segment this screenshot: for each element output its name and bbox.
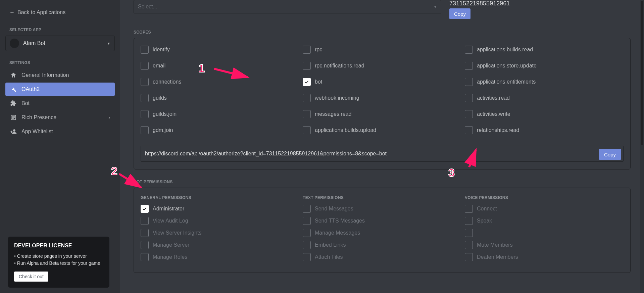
- checkbox[interactable]: [303, 205, 311, 213]
- checkbox[interactable]: [141, 94, 149, 102]
- checkbox[interactable]: [465, 110, 473, 118]
- nav-oauth2[interactable]: OAuth2: [5, 83, 115, 96]
- scope-bot[interactable]: bot: [303, 78, 461, 86]
- checkbox-label: Deafen Members: [477, 254, 518, 260]
- checkbox[interactable]: [303, 229, 311, 237]
- scope-rpc[interactable]: rpc: [303, 46, 461, 54]
- check-it-out-button[interactable]: Check it out: [14, 272, 48, 282]
- checkbox[interactable]: [465, 78, 473, 86]
- perm-text-send messages[interactable]: Send Messages: [303, 205, 461, 213]
- scope-connections[interactable]: connections: [141, 78, 299, 86]
- scope-activities-write[interactable]: activities.write: [465, 110, 624, 118]
- perm-general-view server insights[interactable]: View Server Insights: [141, 229, 299, 237]
- scope-relationships-read[interactable]: relationships.read: [465, 126, 624, 134]
- checkbox[interactable]: [465, 62, 473, 70]
- checkbox[interactable]: [141, 110, 149, 118]
- app-avatar: [10, 39, 19, 48]
- checkbox[interactable]: [303, 253, 311, 261]
- client-id-value: 731152219855912961: [449, 0, 510, 7]
- checkbox-label: identify: [153, 47, 170, 53]
- back-label: Back to Applications: [17, 9, 65, 15]
- checkbox[interactable]: [141, 205, 149, 213]
- perm-text-manage messages[interactable]: Manage Messages: [303, 229, 461, 237]
- nav-rich-presence[interactable]: Rich Presence ›: [5, 111, 115, 124]
- perm-text-embed links[interactable]: Embed Links: [303, 241, 461, 249]
- checkbox[interactable]: [141, 62, 149, 70]
- scope-guilds-join[interactable]: guilds.join: [141, 110, 299, 118]
- checkbox-label: View Audit Log: [153, 218, 188, 224]
- checkbox[interactable]: [465, 229, 473, 237]
- checkbox[interactable]: [465, 205, 473, 213]
- scope-applications-store-update[interactable]: applications.store.update: [465, 62, 624, 70]
- checkbox[interactable]: [465, 253, 473, 261]
- scope-activities-read[interactable]: activities.read: [465, 94, 624, 102]
- perm-text-attach files[interactable]: Attach Files: [303, 253, 461, 261]
- nav-bot[interactable]: Bot: [5, 97, 115, 110]
- scrollbar-track[interactable]: [640, 0, 644, 293]
- scope-email[interactable]: email: [141, 62, 299, 70]
- checkbox[interactable]: [303, 46, 311, 54]
- scope-applications-entitlements[interactable]: applications.entitlements: [465, 78, 624, 86]
- perm-general-administrator[interactable]: Administrator: [141, 205, 299, 213]
- checkbox-label: applications.builds.read: [477, 47, 533, 53]
- perm-voice-deafen members[interactable]: Deafen Members: [465, 253, 624, 261]
- checkbox[interactable]: [465, 126, 473, 134]
- perm-voice-mute members[interactable]: Mute Members: [465, 241, 624, 249]
- perm-text-send tts messages[interactable]: Send TTS Messages: [303, 217, 461, 225]
- checkbox[interactable]: [465, 241, 473, 249]
- checkbox[interactable]: [303, 241, 311, 249]
- checkbox[interactable]: [303, 217, 311, 225]
- checkbox[interactable]: [465, 94, 473, 102]
- checkbox[interactable]: [141, 46, 149, 54]
- app-selector[interactable]: Afam Bot ▼: [5, 36, 115, 51]
- checkbox[interactable]: [465, 217, 473, 225]
- nav-label: General Information: [21, 72, 69, 78]
- voice-permissions-header: Voice Permissions: [465, 195, 624, 200]
- nav-label: Bot: [21, 100, 30, 106]
- nav-general-information[interactable]: General Information: [5, 68, 115, 82]
- checkbox[interactable]: [303, 110, 311, 118]
- nav-app-whitelist[interactable]: App Whitelist: [5, 125, 115, 138]
- back-to-applications-link[interactable]: ← Back to Applications: [5, 7, 115, 18]
- checkbox[interactable]: [141, 229, 149, 237]
- selected-app-header: Selected App: [9, 28, 111, 32]
- checkbox[interactable]: [303, 62, 311, 70]
- scrollbar-thumb[interactable]: [641, 1, 643, 145]
- sidebar: ← Back to Applications Selected App Afam…: [0, 0, 120, 293]
- general-permissions-column: General Permissions AdministratorView Au…: [141, 195, 299, 265]
- perm-voice-connect[interactable]: Connect: [465, 205, 624, 213]
- checkbox[interactable]: [141, 253, 149, 261]
- scope-identify[interactable]: identify: [141, 46, 299, 54]
- general-permissions-header: General Permissions: [141, 195, 299, 200]
- scope-applications-builds-upload[interactable]: applications.builds.upload: [303, 126, 461, 134]
- note-icon: [10, 114, 17, 121]
- perm-general-manage server[interactable]: Manage Server: [141, 241, 299, 249]
- checkbox-label: applications.builds.upload: [315, 127, 376, 133]
- checkbox-label: rpc: [315, 47, 322, 53]
- checkbox-label: Speak: [477, 218, 492, 224]
- checkbox-label: connections: [153, 79, 181, 85]
- checkbox[interactable]: [303, 94, 311, 102]
- checkbox[interactable]: [141, 217, 149, 225]
- scope-applications-builds-read[interactable]: applications.builds.read: [465, 46, 624, 54]
- checkbox[interactable]: [465, 46, 473, 54]
- checkbox[interactable]: [141, 78, 149, 86]
- scope-gdm-join[interactable]: gdm.join: [141, 126, 299, 134]
- scope-messages-read[interactable]: messages.read: [303, 110, 461, 118]
- checkbox[interactable]: [303, 126, 311, 134]
- perm-voice-speak[interactable]: Speak: [465, 217, 624, 225]
- developer-license-card: DEVELOPER LICENSE Create store pages in …: [8, 237, 109, 288]
- scope-rpc-notifications-read[interactable]: rpc.notifications.read: [303, 62, 461, 70]
- perm-voice-empty[interactable]: [465, 229, 624, 237]
- copy-url-button[interactable]: Copy: [599, 149, 621, 160]
- checkbox[interactable]: [303, 78, 311, 86]
- redirect-select[interactable]: Select... ▼: [134, 0, 441, 13]
- perm-general-manage roles[interactable]: Manage Roles: [141, 253, 299, 261]
- copy-client-id-button[interactable]: Copy: [449, 8, 470, 19]
- scope-webhook-incoming[interactable]: webhook.incoming: [303, 94, 461, 102]
- checkbox[interactable]: [141, 241, 149, 249]
- scope-guilds[interactable]: guilds: [141, 94, 299, 102]
- perm-general-view audit log[interactable]: View Audit Log: [141, 217, 299, 225]
- checkbox-label: gdm.join: [153, 127, 173, 133]
- checkbox[interactable]: [141, 126, 149, 134]
